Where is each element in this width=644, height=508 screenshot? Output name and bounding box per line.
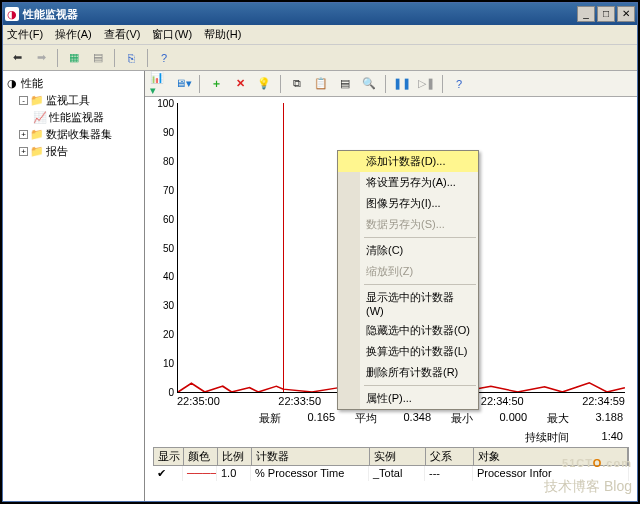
menu-zoom-to: 缩放到(Z) xyxy=(338,261,478,282)
delete-icon[interactable]: ✕ xyxy=(230,74,250,94)
menu-save-data: 数据另存为(S)... xyxy=(338,214,478,235)
zoom-icon[interactable]: 🔍 xyxy=(359,74,379,94)
menu-window[interactable]: 窗口(W) xyxy=(152,27,192,42)
stats-row-1: 最新0.165 平均0.348 最小0.000 最大3.188 xyxy=(153,411,629,426)
context-menu: 添加计数器(D)... 将设置另存为(A)... 图像另存为(I)... 数据另… xyxy=(337,150,479,410)
legend-row[interactable]: ✔ ──── 1.0 % Processor Time _Total --- P… xyxy=(153,466,629,481)
time-cursor xyxy=(283,103,284,392)
minimize-button[interactable]: _ xyxy=(577,6,595,22)
export-icon[interactable]: ⎘ xyxy=(121,48,141,68)
help2-icon[interactable]: ? xyxy=(449,74,469,94)
menu-file[interactable]: 文件(F) xyxy=(7,27,43,42)
tree-perf-monitor[interactable]: 📈性能监视器 xyxy=(33,109,142,126)
menu-clear[interactable]: 清除(C) xyxy=(338,240,478,261)
freeze-icon[interactable]: ❚❚ xyxy=(392,74,412,94)
view-type-icon[interactable]: 📊▾ xyxy=(149,74,169,94)
titlebar: ◑ 性能监视器 _ □ ✕ xyxy=(3,3,637,25)
app-icon: ◑ xyxy=(5,7,19,21)
back-icon[interactable]: ⬅ xyxy=(7,48,27,68)
menu-add-counter[interactable]: 添加计数器(D)... xyxy=(338,151,478,172)
forward-icon[interactable]: ➡ xyxy=(31,48,51,68)
chart-toolbar: 📊▾ 🖥▾ ＋ ✕ 💡 ⧉ 📋 ▤ 🔍 ❚❚ ▷❚ ? xyxy=(145,71,637,97)
menu-scale-selected[interactable]: 换算选中的计数器(L) xyxy=(338,341,478,362)
add-icon[interactable]: ＋ xyxy=(206,74,226,94)
view-log-icon[interactable]: 🖥▾ xyxy=(173,74,193,94)
maximize-button[interactable]: □ xyxy=(597,6,615,22)
legend-header: 显示 颜色 比例 计数器 实例 父系 对象 xyxy=(153,447,629,466)
nav-tree: ◑性能 -📁监视工具 📈性能监视器 +📁数据收集器集 +📁报告 xyxy=(3,71,145,501)
update-icon[interactable]: ▷❚ xyxy=(416,74,436,94)
tree-collector-sets[interactable]: +📁数据收集器集 xyxy=(19,126,142,143)
help-icon[interactable]: ? xyxy=(154,48,174,68)
tree-reports[interactable]: +📁报告 xyxy=(19,143,142,160)
window-title: 性能监视器 xyxy=(23,7,575,22)
show-hide-tree-icon[interactable]: ▦ xyxy=(64,48,84,68)
menu-properties[interactable]: 属性(P)... xyxy=(338,388,478,409)
menu-save-settings[interactable]: 将设置另存为(A)... xyxy=(338,172,478,193)
menu-action[interactable]: 操作(A) xyxy=(55,27,92,42)
menu-help[interactable]: 帮助(H) xyxy=(204,27,241,42)
menu-view[interactable]: 查看(V) xyxy=(104,27,141,42)
copy-icon[interactable]: ⧉ xyxy=(287,74,307,94)
tree-root[interactable]: ◑性能 xyxy=(5,75,142,92)
paste-icon[interactable]: 📋 xyxy=(311,74,331,94)
props-icon[interactable]: ▤ xyxy=(335,74,355,94)
menu-hide-selected[interactable]: 隐藏选中的计数器(O) xyxy=(338,320,478,341)
highlight-icon[interactable]: 💡 xyxy=(254,74,274,94)
menubar: 文件(F) 操作(A) 查看(V) 窗口(W) 帮助(H) xyxy=(3,25,637,45)
properties-icon[interactable]: ▤ xyxy=(88,48,108,68)
tree-monitor-tools[interactable]: -📁监视工具 xyxy=(19,92,142,109)
close-button[interactable]: ✕ xyxy=(617,6,635,22)
stats-row-2: 持续时间1:40 xyxy=(153,430,629,445)
menu-save-image[interactable]: 图像另存为(I)... xyxy=(338,193,478,214)
main-toolbar: ⬅ ➡ ▦ ▤ ⎘ ? xyxy=(3,45,637,71)
menu-show-selected[interactable]: 显示选中的计数器(W) xyxy=(338,287,478,320)
menu-remove-all[interactable]: 删除所有计数器(R) xyxy=(338,362,478,383)
